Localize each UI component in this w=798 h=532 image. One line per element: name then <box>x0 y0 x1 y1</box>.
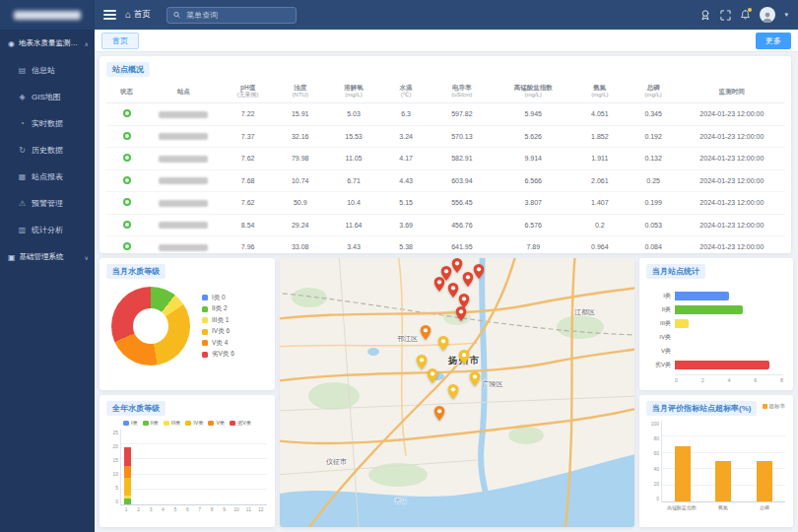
map-marker-pin[interactable] <box>434 406 445 425</box>
sidebar-group-base[interactable]: ▣基础管理系统∨ <box>0 243 95 271</box>
bar[interactable] <box>715 461 731 501</box>
legend-item[interactable]: IV类 <box>185 420 203 427</box>
monitor-time-cell: 2024-01-23 12:00:00 <box>680 236 784 253</box>
axis-tick-label: 0 <box>675 377 678 383</box>
menu-search[interactable] <box>166 7 297 24</box>
bar-column[interactable] <box>133 430 145 504</box>
bar-column[interactable] <box>231 430 242 504</box>
table-row[interactable]: 7.3732.1615.533.24570.135.6261.8520.1922… <box>106 125 784 148</box>
legend-item[interactable]: I类 0 <box>202 294 234 302</box>
breadcrumb-home[interactable]: 首页 <box>134 9 151 21</box>
legend-item[interactable]: 劣V类 6 <box>202 350 234 359</box>
avatar[interactable] <box>760 7 775 23</box>
value-cell: 0.345 <box>628 103 680 126</box>
bar[interactable] <box>675 446 691 501</box>
map-marker-pin[interactable] <box>420 325 431 344</box>
bar[interactable] <box>675 319 689 328</box>
sidebar-item-4[interactable]: ▦站点报表 <box>0 164 95 190</box>
station-name-cell <box>147 236 221 253</box>
map-marker-pin[interactable] <box>448 384 459 403</box>
table-row[interactable]: 7.9633.083.435.38641.957.890.9640.084202… <box>106 236 784 253</box>
axis-tick-label: 20 <box>645 481 659 487</box>
legend-swatch <box>202 295 208 300</box>
sidebar-group-monitoring[interactable]: ◉地表水质量监测系统∧ <box>0 30 95 57</box>
bar-column[interactable] <box>219 430 231 504</box>
bar-column[interactable] <box>255 430 267 504</box>
bar-column[interactable] <box>206 430 218 504</box>
sidebar-item-3[interactable]: ↻历史数据 <box>0 137 95 164</box>
bar-column[interactable] <box>182 430 194 504</box>
station-name-redacted <box>159 133 208 140</box>
monthly-grade-chart[interactable]: I类 0II类 2III类 1IV类 6V类 4劣V类 6 <box>100 279 275 366</box>
map-marker-pin[interactable] <box>459 350 470 368</box>
fullscreen-icon[interactable] <box>720 10 731 21</box>
exceed-bar-chart[interactable] <box>661 421 785 502</box>
value-cell: 6.71 <box>325 169 382 192</box>
column-header: 电导率(uS/cm) <box>430 81 494 103</box>
app-logo <box>0 0 95 30</box>
bar[interactable] <box>675 361 769 369</box>
station-name-redacted <box>159 156 208 163</box>
legend-label: V类 4 <box>212 339 228 348</box>
legend-label: III类 <box>171 420 181 427</box>
axis-tick-label: 7 <box>194 506 206 512</box>
value-cell: 10.74 <box>275 169 325 192</box>
map-marker-pin[interactable] <box>437 336 448 355</box>
legend-item[interactable]: III类 1 <box>202 316 234 325</box>
sidebar-item-6[interactable]: ▥统计分析 <box>0 217 95 243</box>
legend-swatch <box>208 421 214 426</box>
monthly-stats-chart[interactable]: I类II类III类IV类V类劣V类 <box>639 279 793 371</box>
map-marker-pin[interactable] <box>455 306 466 325</box>
medal-icon[interactable] <box>699 9 711 21</box>
legend-item[interactable]: 劣V类 <box>230 420 251 427</box>
sidebar-item-1[interactable]: ◈GIS地图 <box>0 84 95 110</box>
annual-stacked-chart[interactable] <box>120 430 267 505</box>
bar[interactable] <box>675 292 729 300</box>
exceed-rate-panel: 当月评价指标站点超标率(%) 超标率 100806040200 高锰酸盐指数氨氮… <box>639 395 793 527</box>
bar[interactable] <box>757 461 772 501</box>
bell-icon[interactable] <box>740 9 751 21</box>
bar-column[interactable] <box>242 430 254 504</box>
map-marker-pin[interactable] <box>427 368 437 387</box>
bar-column[interactable] <box>169 430 181 504</box>
table-row[interactable]: 8.5429.2411.643.69456.766.5760.20.053202… <box>106 214 784 236</box>
legend-item[interactable]: IV类 6 <box>202 327 234 336</box>
map-marker-pin[interactable] <box>470 371 481 390</box>
map-marker-pin[interactable] <box>434 277 445 296</box>
legend-item[interactable]: V类 4 <box>202 339 234 348</box>
status-dot-normal <box>123 198 131 206</box>
map-marker-pin[interactable] <box>452 258 463 277</box>
map-marker-pin[interactable] <box>417 355 428 373</box>
legend-item[interactable]: III类 <box>164 420 181 427</box>
legend-item[interactable]: V类 <box>208 420 225 427</box>
donut-chart[interactable] <box>111 287 190 366</box>
sidebar-item-0[interactable]: ▤信息站 <box>0 57 95 84</box>
sidebar-item-2[interactable]: ◔实时数据 <box>0 110 95 137</box>
table-row[interactable]: 7.2215.915.036.3597.825.9454.0510.345202… <box>106 103 784 126</box>
more-button[interactable]: 更多 <box>756 33 791 49</box>
chevron-down-icon[interactable]: ▾ <box>784 11 788 19</box>
exceed-legend: 超标率 <box>763 403 786 410</box>
map-panel[interactable]: 扬州市江都区邗江区广陵区仪征市长江 <box>280 258 634 527</box>
legend-item[interactable]: II类 <box>143 420 159 427</box>
value-cell: 0.084 <box>628 236 680 253</box>
bar-column[interactable] <box>194 430 206 504</box>
legend-item[interactable]: I类 <box>123 420 138 427</box>
search-input[interactable] <box>184 10 290 21</box>
axis-tick-label: 0 <box>645 496 659 501</box>
bar[interactable] <box>675 305 743 314</box>
table-row[interactable]: 7.6250.910.45.15556.453.8071.4070.199202… <box>106 192 784 215</box>
table-row[interactable]: 7.6810.746.714.43603.946.5662.0610.25202… <box>106 169 784 192</box>
legend-swatch <box>164 421 169 426</box>
bar-column[interactable] <box>146 430 158 504</box>
sidebar-item-5[interactable]: ⚠预警管理 <box>0 190 95 217</box>
tab-home[interactable]: 首页 <box>101 33 139 49</box>
table-row[interactable]: 7.6279.9811.054.17582.919.9141.9110.1322… <box>106 148 784 170</box>
bar-column[interactable] <box>121 430 133 504</box>
hamburger-menu-icon[interactable] <box>103 10 116 20</box>
map-marker-pin[interactable] <box>448 283 459 301</box>
map-marker-pin[interactable] <box>473 264 484 283</box>
bar-column[interactable] <box>158 430 169 504</box>
legend-item[interactable]: II类 2 <box>202 304 234 313</box>
map-marker-pin[interactable] <box>462 272 473 291</box>
